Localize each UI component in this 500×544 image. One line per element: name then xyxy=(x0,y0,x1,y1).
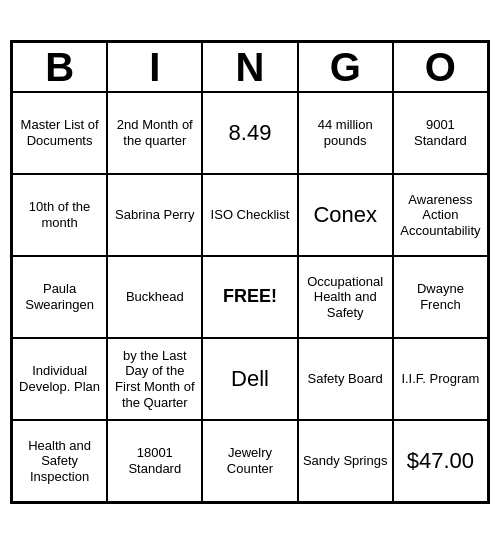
bingo-cell-r4-c0: Health and Safety Inspection xyxy=(12,420,107,502)
bingo-cell-r3-c0: Individual Develop. Plan xyxy=(12,338,107,420)
bingo-cell-r0-c1: 2nd Month of the quarter xyxy=(107,92,202,174)
bingo-cell-r3-c2: Dell xyxy=(202,338,297,420)
bingo-cell-r3-c1: by the Last Day of the First Month of th… xyxy=(107,338,202,420)
bingo-cell-r2-c4: Dwayne French xyxy=(393,256,488,338)
bingo-cell-r2-c2: FREE! xyxy=(202,256,297,338)
bingo-cell-r3-c3: Safety Board xyxy=(298,338,393,420)
bingo-cell-r0-c3: 44 million pounds xyxy=(298,92,393,174)
bingo-cell-r1-c3: Conex xyxy=(298,174,393,256)
header-letter-o: O xyxy=(393,42,488,92)
bingo-header: BINGO xyxy=(12,42,488,92)
bingo-cell-r4-c1: 18001 Standard xyxy=(107,420,202,502)
bingo-cell-r1-c4: Awareness Action Accountability xyxy=(393,174,488,256)
bingo-cell-r2-c3: Occupational Health and Safety xyxy=(298,256,393,338)
bingo-card: BINGO Master List of Documents2nd Month … xyxy=(10,40,490,504)
bingo-cell-r0-c0: Master List of Documents xyxy=(12,92,107,174)
bingo-cell-r2-c0: Paula Swearingen xyxy=(12,256,107,338)
bingo-cell-r1-c0: 10th of the month xyxy=(12,174,107,256)
bingo-cell-r4-c2: Jewelry Counter xyxy=(202,420,297,502)
bingo-cell-r1-c2: ISO Checklist xyxy=(202,174,297,256)
bingo-cell-r0-c2: 8.49 xyxy=(202,92,297,174)
header-letter-n: N xyxy=(202,42,297,92)
header-letter-i: I xyxy=(107,42,202,92)
bingo-cell-r0-c4: 9001 Standard xyxy=(393,92,488,174)
bingo-grid: Master List of Documents2nd Month of the… xyxy=(12,92,488,502)
bingo-cell-r4-c3: Sandy Springs xyxy=(298,420,393,502)
bingo-cell-r3-c4: I.I.F. Program xyxy=(393,338,488,420)
header-letter-g: G xyxy=(298,42,393,92)
bingo-cell-r4-c4: $47.00 xyxy=(393,420,488,502)
bingo-cell-r2-c1: Buckhead xyxy=(107,256,202,338)
header-letter-b: B xyxy=(12,42,107,92)
bingo-cell-r1-c1: Sabrina Perry xyxy=(107,174,202,256)
